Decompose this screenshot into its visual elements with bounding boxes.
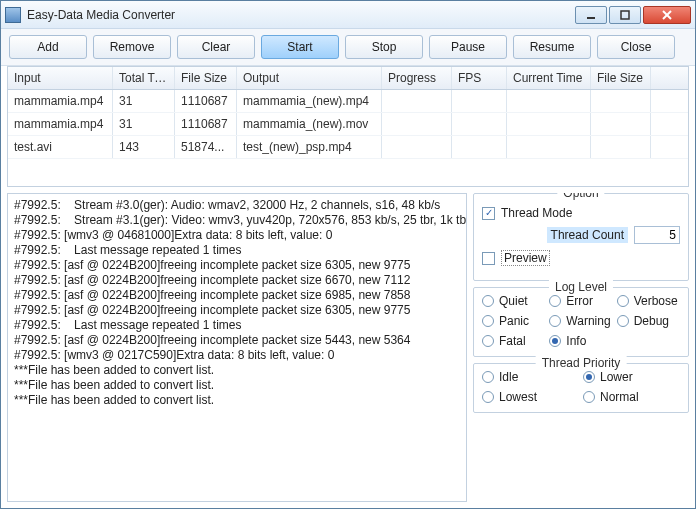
maximize-button[interactable]: [609, 6, 641, 24]
log-line: #7992.5: [asf @ 0224B200]freeing incompl…: [14, 303, 460, 318]
app-window: Easy-Data Media Converter Add Remove Cle…: [0, 0, 696, 509]
priority-group: Thread Priority Idle Lower Lowest Normal: [473, 363, 689, 413]
log-line: #7992.5: Last message repeated 1 times: [14, 318, 460, 333]
thread-mode-label: Thread Mode: [501, 206, 572, 220]
radio-warning[interactable]: [549, 315, 561, 327]
preview-label: Preview: [501, 250, 550, 266]
radio-quiet[interactable]: [482, 295, 494, 307]
job-grid: Input Total Time File Size Output Progre…: [7, 66, 689, 187]
close-button[interactable]: Close: [597, 35, 675, 59]
radio-info[interactable]: [549, 335, 561, 347]
log-line: #7992.5: [wmv3 @ 0217C590]Extra data: 8 …: [14, 348, 460, 363]
log-line: #7992.5: Stream #3.0(ger): Audio: wmav2,…: [14, 198, 460, 213]
log-output[interactable]: #7992.5: Stream #3.0(ger): Audio: wmav2,…: [7, 193, 467, 502]
table-row[interactable]: mammamia.mp4311110687mammamia_(new).mov: [8, 113, 688, 136]
pause-button[interactable]: Pause: [429, 35, 507, 59]
option-group: Option Thread Mode Thread Count Preview: [473, 193, 689, 281]
log-line: ***File has been added to convert list.: [14, 363, 460, 378]
priority-legend: Thread Priority: [536, 356, 627, 370]
svg-rect-1: [621, 11, 629, 19]
stop-button[interactable]: Stop: [345, 35, 423, 59]
add-button[interactable]: Add: [9, 35, 87, 59]
window-title: Easy-Data Media Converter: [27, 8, 573, 22]
remove-button[interactable]: Remove: [93, 35, 171, 59]
col-current-time[interactable]: Current Time: [507, 67, 591, 89]
toolbar: Add Remove Clear Start Stop Pause Resume…: [1, 29, 695, 66]
thread-mode-checkbox[interactable]: [482, 207, 495, 220]
grid-body[interactable]: mammamia.mp4311110687mammamia_(new).mp4m…: [8, 90, 688, 186]
radio-lower[interactable]: [583, 371, 595, 383]
col-input[interactable]: Input: [8, 67, 113, 89]
col-file-size2[interactable]: File Size: [591, 67, 651, 89]
radio-idle[interactable]: [482, 371, 494, 383]
log-line: #7992.5: Last message repeated 1 times: [14, 243, 460, 258]
radio-fatal[interactable]: [482, 335, 494, 347]
radio-verbose[interactable]: [617, 295, 629, 307]
radio-normal[interactable]: [583, 391, 595, 403]
col-file-size[interactable]: File Size: [175, 67, 237, 89]
minimize-button[interactable]: [575, 6, 607, 24]
log-line: #7992.5: [asf @ 0224B200]freeing incompl…: [14, 258, 460, 273]
log-line: #7992.5: [asf @ 0224B200]freeing incompl…: [14, 273, 460, 288]
grid-header: Input Total Time File Size Output Progre…: [8, 67, 688, 90]
col-progress[interactable]: Progress: [382, 67, 452, 89]
start-button[interactable]: Start: [261, 35, 339, 59]
clear-button[interactable]: Clear: [177, 35, 255, 59]
thread-count-label: Thread Count: [547, 227, 628, 243]
radio-debug[interactable]: [617, 315, 629, 327]
log-line: #7992.5: [asf @ 0224B200]freeing incompl…: [14, 333, 460, 348]
log-line: #7992.5: Stream #3.1(ger): Video: wmv3, …: [14, 213, 460, 228]
log-line: ***File has been added to convert list.: [14, 393, 460, 408]
side-panel: Option Thread Mode Thread Count Preview …: [473, 193, 689, 502]
radio-error[interactable]: [549, 295, 561, 307]
log-line: #7992.5: [asf @ 0224B200]freeing incompl…: [14, 288, 460, 303]
app-icon: [5, 7, 21, 23]
preview-checkbox[interactable]: [482, 252, 495, 265]
table-row[interactable]: test.avi14351874...test_(new)_psp.mp4: [8, 136, 688, 159]
loglevel-legend: Log Level: [549, 280, 613, 294]
table-row[interactable]: mammamia.mp4311110687mammamia_(new).mp4: [8, 90, 688, 113]
thread-count-input[interactable]: [634, 226, 680, 244]
col-output[interactable]: Output: [237, 67, 382, 89]
resume-button[interactable]: Resume: [513, 35, 591, 59]
radio-panic[interactable]: [482, 315, 494, 327]
col-total-time[interactable]: Total Time: [113, 67, 175, 89]
log-line: ***File has been added to convert list.: [14, 378, 460, 393]
titlebar[interactable]: Easy-Data Media Converter: [1, 1, 695, 29]
radio-lowest[interactable]: [482, 391, 494, 403]
loglevel-group: Log Level Quiet Error Verbose Panic Warn…: [473, 287, 689, 357]
col-fps[interactable]: FPS: [452, 67, 507, 89]
option-legend: Option: [557, 193, 604, 200]
close-window-button[interactable]: [643, 6, 691, 24]
log-line: #7992.5: [wmv3 @ 04681000]Extra data: 8 …: [14, 228, 460, 243]
